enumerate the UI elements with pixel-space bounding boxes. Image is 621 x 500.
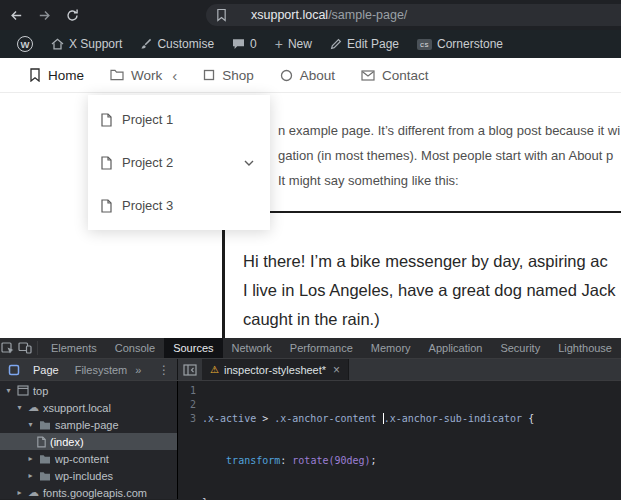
kebab-menu-icon[interactable]: ⋮ xyxy=(151,363,177,377)
admin-bar-customize[interactable]: Customise xyxy=(131,30,223,58)
home-icon xyxy=(51,38,64,50)
tree-item-sample-page[interactable]: ▾ sample-page xyxy=(0,416,177,433)
url-host: xsupport.local xyxy=(251,8,328,22)
brush-icon xyxy=(140,38,152,50)
tree-item-label: wp-includes xyxy=(55,470,113,482)
url-path: /sample-page/ xyxy=(328,8,407,22)
admin-bar-comments[interactable]: 0 xyxy=(223,30,266,58)
wp-admin-bar: W X Support Customise 0 + New xyxy=(0,30,621,58)
code-line: .x-active > .x-anchor-content .x-anchor-… xyxy=(202,412,621,426)
folder-icon xyxy=(39,420,51,430)
code-line: transform: rotate(90deg); xyxy=(202,454,621,468)
toggle-navigator-icon[interactable] xyxy=(178,359,202,380)
back-button[interactable] xyxy=(8,7,24,23)
expand-arrow-icon[interactable]: ▸ xyxy=(26,471,35,480)
folder-icon xyxy=(39,454,51,464)
expand-arrow-icon[interactable]: ▸ xyxy=(26,454,35,463)
line-number: 3 xyxy=(178,412,196,426)
refresh-button[interactable] xyxy=(64,7,80,23)
square-icon xyxy=(203,69,215,81)
nav-item-shop[interactable]: Shop xyxy=(190,58,267,93)
dropdown-item-label: Project 1 xyxy=(122,112,173,127)
tree-item-label: wp-content xyxy=(55,453,109,465)
nav-work-label: Work xyxy=(131,68,162,83)
code-content: .x-active > .x-anchor-content .x-anchor-… xyxy=(202,384,621,499)
cloud-icon: ☁ xyxy=(28,402,39,413)
expand-arrow-icon[interactable]: ▾ xyxy=(4,386,13,395)
blockquote-line: caught in the rain.) xyxy=(243,305,621,334)
nav-shop-label: Shop xyxy=(222,68,254,83)
screen: xsupport.local/sample-page/ W X Support … xyxy=(0,0,621,500)
navigator-tab-filesystem[interactable]: Filesystem xyxy=(67,364,136,376)
cornerstone-icon: cs xyxy=(417,39,432,50)
admin-bar-edit-page[interactable]: Edit Page xyxy=(321,30,408,58)
devtools-tab-bar: Elements Console Sources Network Perform… xyxy=(0,338,621,359)
nav-contact-label: Contact xyxy=(382,68,429,83)
divider xyxy=(37,341,38,355)
admin-bar-cornerstone[interactable]: cs Cornerstone xyxy=(408,30,512,58)
tree-item-wp-includes[interactable]: ▸ wp-includes xyxy=(0,467,177,484)
tree-item-label: fonts.googleapis.com xyxy=(43,487,147,499)
tab-sources[interactable]: Sources xyxy=(164,338,222,358)
dropdown-item-project-2[interactable]: Project 2 xyxy=(88,141,270,184)
edit-page-label: Edit Page xyxy=(347,37,399,51)
nav-item-about[interactable]: About xyxy=(267,58,348,93)
site-navbar: Home Work ‹ Shop About Contact xyxy=(0,58,621,93)
navigator-tab-page[interactable]: Page xyxy=(25,364,67,376)
tab-network[interactable]: Network xyxy=(223,338,281,358)
tab-memory[interactable]: Memory xyxy=(362,338,420,358)
tree-item-index[interactable]: (index) xyxy=(0,433,177,450)
page-icon xyxy=(101,113,112,127)
tab-console[interactable]: Console xyxy=(106,338,164,358)
more-tabs-icon[interactable]: » xyxy=(135,364,141,376)
expand-arrow-icon[interactable]: ▸ xyxy=(15,488,24,497)
tab-performance[interactable]: Performance xyxy=(281,338,362,358)
inspect-element-icon[interactable] xyxy=(0,338,17,358)
devtools-second-toolbar: Page Filesystem » ⋮ ⚠ inspector-styleshe… xyxy=(0,359,621,381)
warning-icon: ⚠ xyxy=(210,364,219,375)
tab-lighthouse[interactable]: Lighthouse xyxy=(549,338,621,358)
tree-item-fonts-googleapis[interactable]: ▸ ☁ fonts.googleapis.com xyxy=(0,484,177,499)
devtools-panel: Elements Console Sources Network Perform… xyxy=(0,338,621,500)
address-bar[interactable]: xsupport.local/sample-page/ xyxy=(206,4,621,26)
tree-item-top[interactable]: ▾ top xyxy=(0,382,177,399)
line-number: 2 xyxy=(178,398,196,412)
admin-bar-site-name[interactable]: X Support xyxy=(42,30,131,58)
dropdown-item-project-1[interactable]: Project 1 xyxy=(88,98,270,141)
editor-tab-label: inspector-stylesheet* xyxy=(224,364,326,376)
line-number-gutter[interactable]: 1 2 3 xyxy=(178,384,202,499)
editor-tab-bar: ⚠ inspector-stylesheet* × xyxy=(178,359,621,380)
wp-logo-menu[interactable]: W xyxy=(8,30,42,58)
expand-arrow-icon[interactable]: ▾ xyxy=(15,403,24,412)
nav-item-contact[interactable]: Contact xyxy=(348,58,442,93)
dropdown-item-project-3[interactable]: Project 3 xyxy=(88,184,270,227)
frame-icon xyxy=(17,385,29,396)
forward-button[interactable] xyxy=(36,7,52,23)
expand-arrow-icon[interactable]: ▾ xyxy=(26,420,35,429)
tab-security[interactable]: Security xyxy=(491,338,549,358)
chevron-down-icon xyxy=(244,160,254,166)
folder-icon xyxy=(110,69,124,81)
blockquote-line: I live in Los Angeles, have a great dog … xyxy=(243,276,621,305)
code-editor[interactable]: 1 2 3 .x-active > .x-anchor-content .x-a… xyxy=(178,381,621,499)
bookmark-icon[interactable] xyxy=(216,8,227,22)
new-label: New xyxy=(288,37,312,51)
wordpress-logo-icon: W xyxy=(17,36,33,52)
tab-elements[interactable]: Elements xyxy=(42,338,106,358)
bookmark-icon xyxy=(29,68,41,82)
tree-item-label: (index) xyxy=(50,436,84,448)
browser-toolbar: xsupport.local/sample-page/ xyxy=(0,0,621,30)
tree-item-label: sample-page xyxy=(55,419,119,431)
editor-tab-inspector-stylesheet[interactable]: ⚠ inspector-stylesheet* × xyxy=(202,359,349,380)
nav-item-work[interactable]: Work ‹ xyxy=(97,58,190,93)
close-icon[interactable]: × xyxy=(333,363,340,377)
panel-icon[interactable] xyxy=(3,364,25,376)
admin-bar-new[interactable]: + New xyxy=(266,30,321,58)
nav-item-home[interactable]: Home xyxy=(16,58,97,93)
comment-count: 0 xyxy=(250,37,257,51)
device-toolbar-icon[interactable] xyxy=(17,338,34,358)
work-dropdown-menu: Project 1 Project 2 Project 3 xyxy=(88,95,270,230)
tree-item-wp-content[interactable]: ▸ wp-content xyxy=(0,450,177,467)
tab-application[interactable]: Application xyxy=(420,338,492,358)
tree-item-xsupport-local[interactable]: ▾ ☁ xsupport.local xyxy=(0,399,177,416)
